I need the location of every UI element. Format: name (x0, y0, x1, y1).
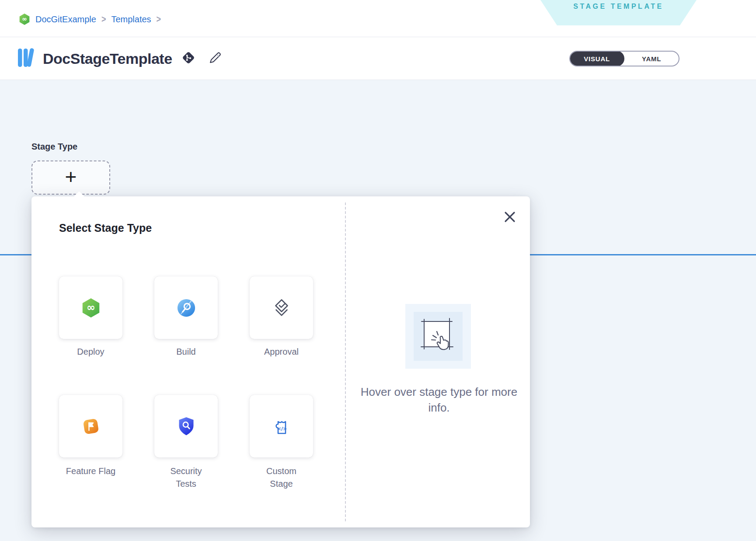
stage-type-label: Stage Type (31, 142, 77, 152)
security-tests-icon (177, 416, 196, 437)
stage-type-card-feature-flag[interactable] (59, 395, 122, 457)
toggle-yaml-button[interactable]: YAML (624, 52, 679, 66)
breadcrumb-templates-link[interactable]: Templates (111, 14, 151, 24)
stage-type-label-deploy: Deploy (59, 346, 122, 358)
stage-type-label-approval: Approval (250, 346, 313, 358)
deployment-hexagon-icon: ∞ (19, 13, 30, 25)
git-sync-icon (182, 51, 195, 66)
breadcrumb-chevron-icon: > (101, 14, 106, 25)
hover-hint-illustration (405, 304, 471, 369)
close-icon[interactable] (501, 208, 519, 226)
stage-type-card-build[interactable] (154, 276, 218, 339)
stage-template-badge-label: STAGE TEMPLATE (573, 3, 663, 25)
build-ci-icon (176, 298, 196, 318)
add-stage-button[interactable]: + (31, 161, 110, 195)
svg-text:∞: ∞ (87, 301, 95, 314)
stage-type-card-security-tests[interactable] (154, 395, 218, 457)
view-mode-toggle: VISUAL YAML (569, 51, 679, 66)
stage-type-label-build: Build (154, 346, 218, 358)
hover-info-text: Hover over stage type for more info. (351, 384, 527, 415)
stage-type-card-deploy[interactable]: ∞ (59, 276, 122, 339)
modal-divider (345, 202, 346, 521)
template-library-icon (17, 48, 35, 70)
svg-text:∞: ∞ (22, 15, 27, 22)
plus-icon: + (65, 167, 77, 187)
approval-icon (271, 297, 292, 318)
modal-heading: Select Stage Type (59, 222, 152, 234)
stage-type-label-custom-stage: Custom Stage (250, 465, 313, 490)
stage-type-label-feature-flag: Feature Flag (59, 465, 122, 478)
stage-template-badge: STAGE TEMPLATE (540, 0, 697, 25)
breadcrumb-project-link[interactable]: DocGitExample (35, 14, 96, 24)
edit-pencil-icon[interactable] (208, 51, 223, 66)
title-bar: DocStageTemplate (0, 37, 756, 80)
select-stage-type-modal: Select Stage Type ∞ (31, 196, 530, 527)
page-title: DocStageTemplate (43, 50, 172, 67)
stage-template-page: Stage Type + ∞ DocGitExample > Templates… (0, 0, 756, 541)
deploy-cd-icon: ∞ (81, 297, 101, 318)
toggle-visual-button[interactable]: VISUAL (569, 51, 624, 66)
custom-stage-icon: </> (271, 416, 292, 437)
stage-type-label-security-tests: Security Tests (154, 465, 218, 490)
breadcrumb: ∞ DocGitExample > Templates > (19, 13, 161, 25)
breadcrumb-chevron-icon: > (157, 14, 161, 25)
feature-flag-icon (80, 416, 101, 437)
svg-text:</>: </> (277, 426, 286, 432)
stage-type-card-approval[interactable] (250, 276, 313, 339)
breadcrumb-bar: ∞ DocGitExample > Templates > STAGE TEMP… (0, 0, 756, 37)
stage-type-card-custom-stage[interactable]: </> (250, 395, 313, 457)
